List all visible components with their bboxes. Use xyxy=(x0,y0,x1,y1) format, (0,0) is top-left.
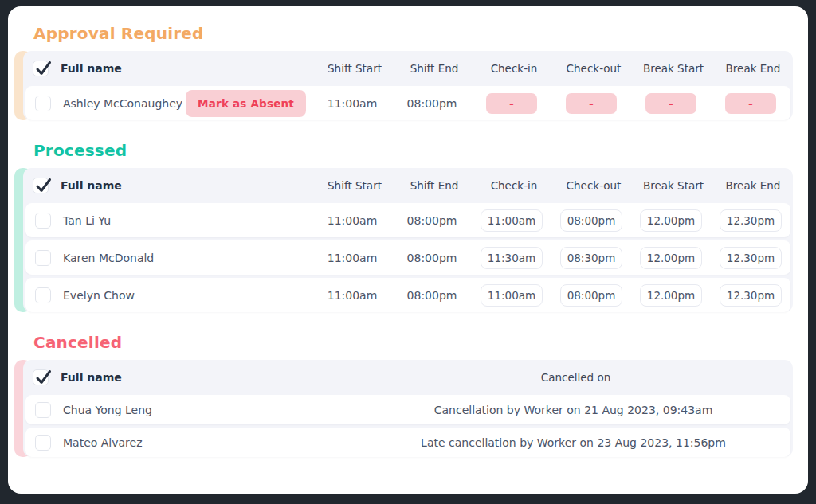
row-checkbox[interactable] xyxy=(35,250,51,266)
check-in-empty-pill[interactable]: - xyxy=(486,93,537,114)
mark-as-absent-button[interactable]: Mark as Absent xyxy=(186,90,306,117)
full-name-header: Full name xyxy=(61,62,315,75)
check-out-field[interactable]: 08:00pm xyxy=(560,284,623,307)
check-in-field[interactable]: 11:30am xyxy=(481,247,543,269)
table-row: Ashley McConaughey Mark as Absent 11:00a… xyxy=(26,86,790,120)
worker-name: Tan Li Yu xyxy=(63,214,111,227)
break-start-field[interactable]: 12.00pm xyxy=(640,209,702,232)
col-header-break-start: Break Start xyxy=(634,179,713,192)
shift-start-value: 11:00am xyxy=(312,214,392,227)
col-header-break-end: Break End xyxy=(713,62,793,75)
worker-name: Mateo Alvarez xyxy=(63,436,143,449)
check-out-field[interactable]: 08:00pm xyxy=(560,209,623,232)
col-header-shift-end: Shift End xyxy=(394,62,474,75)
cancelled-on-value: Cancellation by Worker on 21 Aug 2023, 0… xyxy=(356,404,790,416)
section-title-approval: Approval Required xyxy=(33,24,793,43)
col-header-check-out: Check-out xyxy=(554,179,634,192)
timesheet-panel: Approval Required Full name Shift Start … xyxy=(8,6,808,494)
check-in-field[interactable]: 11:00am xyxy=(481,284,543,307)
col-header-cancelled-on: Cancelled on xyxy=(359,371,793,384)
full-name-header: Full name xyxy=(61,179,315,192)
section-cancelled: Cancelled Full name Cancelled on Chua Yo… xyxy=(14,333,793,457)
col-header-shift-end: Shift End xyxy=(394,179,474,192)
shift-end-value: 08:00pm xyxy=(392,214,472,227)
table-row: Chua Yong Leng Cancellation by Worker on… xyxy=(26,395,790,424)
select-all-checkbox[interactable] xyxy=(33,178,49,193)
checkmark-icon xyxy=(34,176,52,195)
col-header-shift-start: Shift Start xyxy=(315,62,394,75)
worker-name: Ashley McConaughey xyxy=(63,97,182,110)
full-name-header: Full name xyxy=(61,371,359,384)
worker-name: Chua Yong Leng xyxy=(63,404,152,416)
row-checkbox[interactable] xyxy=(35,96,51,111)
worker-name: Evelyn Chow xyxy=(63,289,135,302)
col-header-break-end: Break End xyxy=(713,179,793,192)
table-row: Tan Li Yu 11:00am 08:00pm 11:00am 08:00p… xyxy=(26,203,790,237)
break-end-field[interactable]: 12.30pm xyxy=(720,247,782,269)
row-checkbox[interactable] xyxy=(35,435,51,451)
table-header-row: Full name Shift Start Shift End Check-in… xyxy=(23,168,793,203)
table-row: Mateo Alvarez Late cancellation by Worke… xyxy=(26,428,790,457)
shift-end-value: 08:00pm xyxy=(392,252,472,264)
col-header-check-out: Check-out xyxy=(554,62,634,75)
break-end-empty-pill[interactable]: - xyxy=(725,93,776,114)
col-header-check-in: Check-in xyxy=(474,62,554,75)
select-all-checkbox[interactable] xyxy=(33,369,49,385)
shift-start-value: 11:00am xyxy=(312,97,392,110)
cancelled-on-value: Late cancellation by Worker on 23 Aug 20… xyxy=(356,436,790,449)
section-processed: Processed Full name Shift Start Shift En… xyxy=(14,141,793,312)
break-start-field[interactable]: 12.00pm xyxy=(640,284,702,307)
checkmark-icon xyxy=(34,368,52,387)
checkmark-icon xyxy=(34,59,52,78)
table-row: Evelyn Chow 11:00am 08:00pm 11:00am 08:0… xyxy=(26,278,790,312)
break-start-field[interactable]: 12.00pm xyxy=(640,247,702,269)
shift-end-value: 08:00pm xyxy=(392,97,472,110)
check-out-field[interactable]: 08:30pm xyxy=(560,247,623,269)
cancelled-table: Full name Cancelled on Chua Yong Leng Ca… xyxy=(23,360,793,457)
break-start-empty-pill[interactable]: - xyxy=(645,93,696,114)
table-header-row: Full name Cancelled on xyxy=(23,360,793,395)
shift-end-value: 08:00pm xyxy=(392,289,472,302)
select-all-checkbox[interactable] xyxy=(33,61,49,76)
table-row: Karen McDonald 11:00am 08:00pm 11:30am 0… xyxy=(26,240,790,275)
section-approval-required: Approval Required Full name Shift Start … xyxy=(14,24,793,120)
section-title-processed: Processed xyxy=(33,141,793,160)
shift-start-value: 11:00am xyxy=(312,289,392,302)
section-title-cancelled: Cancelled xyxy=(33,333,793,352)
col-header-break-start: Break Start xyxy=(634,62,713,75)
shift-start-value: 11:00am xyxy=(312,252,392,264)
break-end-field[interactable]: 12.30pm xyxy=(720,284,782,307)
worker-name: Karen McDonald xyxy=(63,252,154,264)
col-header-check-in: Check-in xyxy=(474,179,554,192)
check-in-field[interactable]: 11:00am xyxy=(481,209,543,232)
approval-table: Full name Shift Start Shift End Check-in… xyxy=(23,51,793,120)
row-checkbox[interactable] xyxy=(35,213,51,229)
break-end-field[interactable]: 12.30pm xyxy=(720,209,782,232)
check-out-empty-pill[interactable]: - xyxy=(566,93,617,114)
processed-table: Full name Shift Start Shift End Check-in… xyxy=(23,168,793,312)
row-checkbox[interactable] xyxy=(35,402,51,418)
row-checkbox[interactable] xyxy=(35,287,51,303)
table-header-row: Full name Shift Start Shift End Check-in… xyxy=(23,51,793,86)
col-header-shift-start: Shift Start xyxy=(315,179,394,192)
